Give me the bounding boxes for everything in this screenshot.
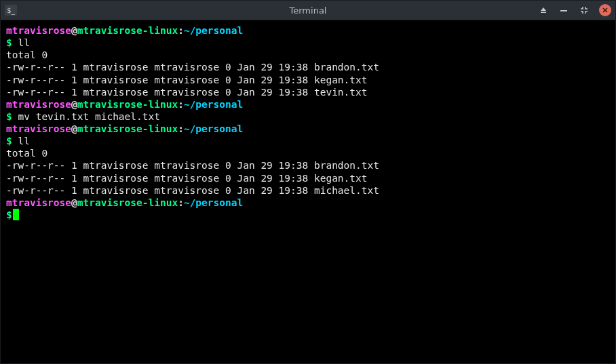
- output-line: -rw-r--r-- 1 mtravisrose mtravisrose 0 J…: [6, 172, 610, 184]
- command-text: ll: [12, 37, 30, 48]
- output-line: total 0: [6, 49, 610, 61]
- prompt-host: mtravisrose-linux: [77, 197, 178, 208]
- prompt-colon: :: [178, 123, 184, 134]
- prompt-path: ~/personal: [184, 123, 243, 134]
- command-line: $ ll: [6, 135, 610, 147]
- prompt-user: mtravisrose: [6, 123, 71, 134]
- prompt-symbol: $: [6, 136, 12, 146]
- prompt-at: @: [71, 197, 77, 208]
- prompt-line: mtravisrose@mtravisrose-linux:~/personal: [6, 197, 610, 209]
- output-line: -rw-r--r-- 1 mtravisrose mtravisrose 0 J…: [6, 61, 610, 73]
- prompt-host: mtravisrose-linux: [77, 25, 178, 36]
- prompt-path: ~/personal: [184, 99, 243, 110]
- command-line[interactable]: $: [6, 209, 610, 221]
- prompt-host: mtravisrose-linux: [77, 123, 178, 134]
- prompt-host: mtravisrose-linux: [77, 99, 178, 110]
- output-line: -rw-r--r-- 1 mtravisrose mtravisrose 0 J…: [6, 74, 610, 86]
- output-line: -rw-r--r-- 1 mtravisrose mtravisrose 0 J…: [6, 86, 610, 98]
- prompt-line: mtravisrose@mtravisrose-linux:~/personal: [6, 123, 610, 135]
- eject-icon[interactable]: [538, 5, 549, 16]
- prompt-line: mtravisrose@mtravisrose-linux:~/personal: [6, 98, 610, 110]
- command-text: mv tevin.txt michael.txt: [12, 111, 160, 122]
- output-line: total 0: [6, 147, 610, 159]
- output-line: -rw-r--r-- 1 mtravisrose mtravisrose 0 J…: [6, 159, 610, 171]
- command-line: $ mv tevin.txt michael.txt: [6, 110, 610, 123]
- close-icon[interactable]: [599, 4, 611, 16]
- app-icon-text: $_: [7, 7, 14, 14]
- cursor: [13, 209, 19, 220]
- terminal-window: $_ Terminal mtravisrose@mtravisrose-linu…: [0, 0, 616, 364]
- prompt-symbol: $: [6, 111, 12, 122]
- prompt-symbol: $: [6, 209, 12, 220]
- prompt-path: ~/personal: [184, 25, 243, 36]
- prompt-colon: :: [178, 25, 184, 36]
- minimize-icon[interactable]: [558, 5, 569, 16]
- command-line: $ ll: [6, 37, 610, 49]
- prompt-at: @: [71, 99, 77, 110]
- window-controls: [538, 4, 611, 16]
- prompt-path: ~/personal: [184, 197, 243, 208]
- prompt-symbol: $: [6, 37, 12, 48]
- prompt-colon: :: [178, 99, 184, 110]
- terminal-body[interactable]: mtravisrose@mtravisrose-linux:~/personal…: [1, 20, 615, 363]
- prompt-colon: :: [178, 197, 184, 208]
- prompt-user: mtravisrose: [6, 25, 71, 36]
- maximize-icon[interactable]: [579, 5, 590, 16]
- prompt-user: mtravisrose: [6, 99, 71, 110]
- prompt-line: mtravisrose@mtravisrose-linux:~/personal: [6, 24, 610, 37]
- prompt-user: mtravisrose: [6, 197, 71, 208]
- prompt-at: @: [71, 25, 77, 36]
- command-text: ll: [12, 136, 30, 146]
- titlebar[interactable]: $_ Terminal: [1, 1, 615, 20]
- app-icon: $_: [5, 5, 17, 16]
- svg-rect-0: [560, 10, 567, 12]
- prompt-at: @: [71, 123, 77, 134]
- output-line: -rw-r--r-- 1 mtravisrose mtravisrose 0 J…: [6, 184, 610, 197]
- window-title: Terminal: [290, 5, 327, 16]
